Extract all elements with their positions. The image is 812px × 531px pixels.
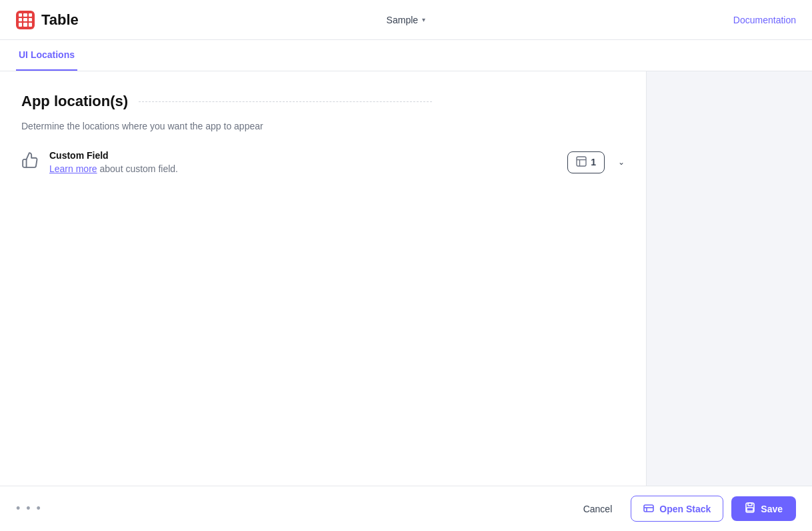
open-stack-icon	[643, 502, 654, 515]
counter-chevron-icon[interactable]: ⌄	[618, 157, 625, 167]
counter-value: 1	[591, 157, 596, 167]
section-title: App location(s)	[21, 93, 128, 110]
section-subtitle: Determine the locations where you want t…	[21, 121, 625, 131]
svg-rect-3	[644, 505, 653, 512]
save-button[interactable]: Save	[731, 496, 796, 521]
section-divider	[139, 101, 432, 102]
section-header: App location(s)	[21, 93, 625, 110]
open-stack-label: Open Stack	[659, 504, 711, 514]
link-rest: about custom field.	[97, 163, 178, 174]
right-panel	[647, 71, 812, 486]
counter-badge[interactable]: 1	[567, 151, 605, 173]
app-footer: • • • Cancel Open Stack Save	[0, 486, 812, 531]
open-stack-button[interactable]: Open Stack	[631, 496, 723, 522]
table-small-icon	[576, 156, 587, 169]
custom-field-row: Custom Field Learn more about custom fie…	[21, 150, 625, 174]
svg-rect-0	[577, 157, 586, 166]
main-layout: App location(s) Determine the locations …	[0, 71, 812, 486]
documentation-link[interactable]: Documentation	[733, 15, 796, 25]
learn-more-link[interactable]: Learn more	[49, 163, 97, 174]
save-icon	[745, 502, 755, 515]
custom-field-title: Custom Field	[49, 150, 557, 161]
svg-rect-7	[748, 503, 752, 506]
sample-label: Sample	[387, 15, 418, 25]
thumbs-up-icon	[21, 151, 39, 173]
cancel-button[interactable]: Cancel	[573, 498, 623, 520]
save-label: Save	[761, 504, 783, 514]
more-options-button[interactable]: • • •	[16, 502, 42, 516]
content-area: App location(s) Determine the locations …	[0, 71, 647, 486]
custom-field-text: Custom Field Learn more about custom fie…	[49, 150, 557, 174]
app-icon	[16, 11, 35, 29]
sample-dropdown[interactable]: Sample ▾	[387, 15, 425, 25]
app-header: Table Sample ▾ Documentation	[0, 0, 812, 40]
custom-field-link-text[interactable]: Learn more about custom field.	[49, 163, 557, 174]
tabs-bar: UI Locations	[0, 40, 812, 71]
header-left: Table	[16, 11, 79, 29]
svg-rect-8	[747, 508, 753, 511]
app-title: Table	[41, 11, 79, 29]
tab-ui-locations[interactable]: UI Locations	[16, 40, 77, 71]
sample-chevron-icon: ▾	[422, 16, 425, 23]
